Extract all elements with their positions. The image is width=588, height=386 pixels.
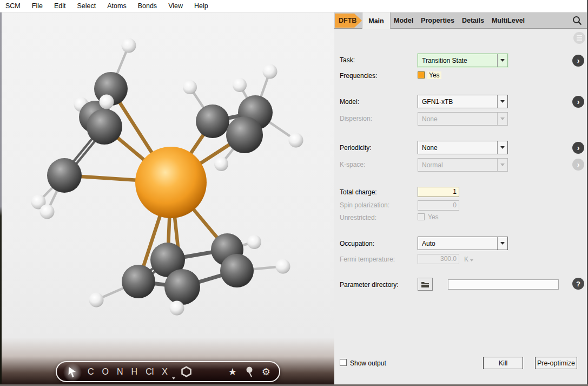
element-c-button[interactable]: C [88, 368, 94, 376]
menu-edit[interactable]: Edit [54, 2, 66, 10]
tab-multilevel[interactable]: MultiLevel [492, 17, 525, 24]
element-x-button[interactable]: X [162, 368, 168, 376]
module-badge-dftb[interactable]: DFTB [335, 14, 362, 28]
occupation-value: Auto [418, 237, 497, 250]
periodicity-select[interactable]: None [418, 141, 508, 154]
atom-h[interactable] [289, 133, 303, 148]
fermi-temperature-unit[interactable]: K [464, 256, 473, 263]
help-button[interactable]: ? [572, 278, 584, 290]
menu-atoms[interactable]: Atoms [107, 2, 126, 10]
total-charge-input[interactable]: 1 [418, 187, 459, 197]
atom-c[interactable] [164, 269, 200, 305]
periodicity-details-arrow-button[interactable]: › [572, 142, 584, 154]
atom-c[interactable] [122, 265, 155, 298]
tab-main[interactable]: Main [362, 12, 391, 29]
model-value: GFN1-xTB [418, 95, 497, 108]
menu-file[interactable]: File [32, 2, 43, 10]
show-output-checkbox[interactable] [340, 359, 347, 366]
periodicity-dropdown-button[interactable] [497, 141, 507, 154]
menu-scm[interactable]: SCM [5, 2, 21, 10]
dispersion-label: Dispersion: [340, 115, 372, 122]
pre-optimize-button[interactable]: Pre-optimize [535, 357, 577, 369]
atom-h[interactable] [40, 205, 55, 219]
element-o-button[interactable]: O [102, 368, 109, 376]
model-details-arrow-button[interactable]: › [572, 96, 584, 108]
folder-icon [421, 281, 430, 288]
atom-h[interactable] [263, 64, 278, 79]
atom-h[interactable] [233, 78, 247, 92]
atom-h[interactable] [276, 259, 290, 274]
atom-c[interactable] [47, 158, 82, 193]
search-icon[interactable] [572, 15, 583, 26]
task-dropdown-button[interactable] [497, 54, 507, 67]
fermi-temperature-input: 300.0 [418, 254, 459, 264]
atom-h[interactable] [247, 235, 261, 249]
atom-h[interactable] [170, 301, 184, 316]
atom-h[interactable] [183, 80, 197, 94]
parameter-directory-input[interactable] [448, 279, 559, 290]
occupation-label: Occupation: [340, 240, 374, 247]
browse-directory-button[interactable] [418, 278, 433, 291]
element-h-button[interactable]: H [131, 368, 138, 376]
tab-model[interactable]: Model [394, 17, 413, 24]
menu-bar: SCM File Edit Select Atoms Bonds View He… [0, 0, 588, 12]
kspace-select: Normal [418, 158, 508, 172]
molecule-canvas[interactable] [0, 12, 334, 386]
spin-polarization-label: Spin polarization: [340, 201, 389, 209]
hexagon-icon [181, 366, 192, 377]
fermi-temperature-label: Fermi temperature: [340, 256, 395, 263]
atom-c[interactable] [226, 116, 263, 153]
caret-down-icon [500, 163, 505, 166]
element-cl-button[interactable]: Cl [146, 368, 154, 376]
element-n-button[interactable]: N [117, 368, 123, 376]
panel-menu-button [573, 32, 585, 44]
menu-bonds[interactable]: Bonds [138, 2, 157, 10]
task-label: Task: [340, 56, 355, 64]
model-dropdown-button[interactable] [497, 95, 507, 108]
atom-h[interactable] [100, 95, 114, 109]
task-select[interactable]: Transition State [418, 54, 508, 67]
atom-c[interactable] [220, 254, 254, 287]
app-window: SCM File Edit Select Atoms Bonds View He… [0, 0, 588, 386]
caret-down-icon [470, 259, 473, 261]
occupation-select[interactable]: Auto [418, 237, 508, 250]
kspace-label: K-space: [340, 161, 365, 168]
frequencies-checkbox[interactable] [418, 71, 425, 78]
kill-button[interactable]: Kill [483, 357, 523, 369]
molecule-viewer[interactable]: C O N H Cl X ★ ⚙ [0, 12, 334, 386]
spin-polarization-input: 0 [418, 200, 459, 211]
atom-metal[interactable] [135, 147, 207, 218]
ring-tool-button[interactable] [181, 366, 192, 377]
menu-select[interactable]: Select [77, 2, 96, 10]
model-select[interactable]: GFN1-xTB [418, 95, 508, 108]
caret-down-icon [500, 59, 505, 62]
atom-h[interactable] [122, 38, 136, 53]
star-tool-button[interactable]: ★ [228, 367, 237, 377]
balloon-tool-button[interactable] [245, 367, 254, 377]
dispersion-dropdown-button [497, 113, 507, 125]
caret-down-icon [500, 146, 505, 149]
task-details-arrow-button[interactable]: › [572, 55, 584, 67]
show-output-label[interactable]: Show output [350, 359, 386, 367]
settings-tool-button[interactable]: ⚙ [262, 367, 270, 377]
dispersion-select: None [418, 112, 508, 126]
atom-h[interactable] [214, 157, 228, 171]
menu-view[interactable]: View [168, 2, 183, 10]
model-label: Model: [340, 98, 359, 106]
unrestricted-checkbox [418, 213, 425, 220]
kspace-value: Normal [418, 159, 497, 171]
pointer-tool-button[interactable] [65, 365, 80, 379]
tab-details[interactable]: Details [462, 17, 484, 24]
menu-help[interactable]: Help [194, 2, 208, 10]
dispersion-value: None [418, 113, 497, 125]
frequencies-yes-label[interactable]: Yes [427, 71, 441, 79]
atom-c[interactable] [87, 109, 122, 145]
caret-down-icon [500, 100, 505, 103]
dftb-input-panel: DFTB Main Model Properties Details Multi… [334, 12, 588, 386]
atom-h[interactable] [89, 293, 104, 308]
total-charge-label: Total charge: [340, 188, 377, 196]
occupation-dropdown-button[interactable] [497, 237, 507, 250]
element-x-dropdown-caret[interactable] [172, 377, 175, 380]
atom-c[interactable] [196, 104, 229, 138]
tab-properties[interactable]: Properties [421, 17, 454, 24]
